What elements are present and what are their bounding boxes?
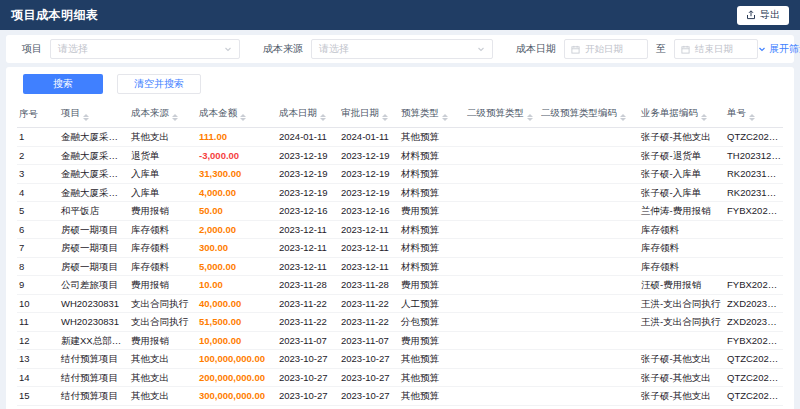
export-button[interactable]: 导出 — [737, 6, 789, 25]
table-cell — [465, 350, 539, 369]
column-header[interactable]: 成本来源 — [129, 101, 197, 128]
project-select-placeholder: 请选择 — [58, 42, 88, 56]
table-cell: 张子硕-其他支出 — [639, 387, 725, 406]
table-row[interactable]: 4金融大厦采购项目入库单4,000.002023-12-192023-12-19… — [17, 183, 783, 202]
table-cell: 材料预算 — [399, 165, 465, 184]
table-cell: 2023-11-07 — [339, 331, 399, 350]
column-header[interactable]: 审批日期 — [339, 101, 399, 128]
table-cell: 8 — [17, 257, 59, 276]
table-cell: 2023-10-27 — [339, 368, 399, 387]
table-cell: 张子硕-其他支出 — [639, 405, 725, 409]
sort-icon[interactable] — [382, 114, 388, 121]
column-header[interactable]: 项目 — [59, 101, 129, 128]
sort-icon[interactable] — [172, 114, 178, 121]
start-date-input[interactable]: 开始日期 — [564, 39, 648, 59]
table-cell — [465, 146, 539, 165]
project-select[interactable]: 请选择 — [50, 39, 240, 59]
table-cell: 2023-12-19 — [277, 165, 339, 184]
column-header-label: 项目 — [61, 107, 80, 118]
table-row[interactable]: 7房硕一期项目库存领料300.002023-12-112023-12-11材料预… — [17, 239, 783, 258]
table-cell — [539, 405, 639, 409]
table-cell: 5 — [17, 202, 59, 221]
table-row[interactable]: 3金融大厦采购项目入库单31,300.002023-12-192023-12-1… — [17, 165, 783, 184]
table-row[interactable]: 14结付预算项目其他支出200,000,000.002023-10-272023… — [17, 368, 783, 387]
table-cell: 房硕一期项目 — [59, 220, 129, 239]
table-cell: QTZC20231027002 — [725, 350, 783, 369]
column-header[interactable]: 预算类型 — [399, 101, 465, 128]
filter-cost-date: 成本日期 开始日期 至 结束日期 — [516, 39, 758, 59]
table-cell: 支出合同执行 — [129, 294, 197, 313]
clear-and-search-button[interactable]: 清空并搜索 — [117, 74, 201, 94]
sort-icon[interactable] — [620, 114, 626, 121]
sort-icon[interactable] — [701, 114, 707, 121]
table-cell: 11 — [17, 313, 59, 332]
sort-icon[interactable] — [320, 114, 326, 121]
end-date-input[interactable]: 结束日期 — [674, 39, 758, 59]
table-cell — [539, 276, 639, 295]
expand-filters-link[interactable]: 展开筛选 — [758, 42, 800, 56]
column-header[interactable]: 业务单据编码 — [639, 101, 725, 128]
table-cell: 和平饭店 — [59, 202, 129, 221]
table-cell: 库存领料 — [129, 257, 197, 276]
sort-icon[interactable] — [749, 114, 755, 121]
sort-icon[interactable] — [442, 114, 448, 121]
column-header[interactable]: 成本金额 — [197, 101, 277, 128]
table-cell: 张子硕-其他支出 — [639, 350, 725, 369]
table-cell: 其他预算 — [399, 405, 465, 409]
table-row[interactable]: 2金融大厦采购项目退货单-3,000.002023-12-192023-12-1… — [17, 146, 783, 165]
table-cell — [465, 313, 539, 332]
table-cell: FYBX20231216001 — [725, 202, 783, 221]
sort-icon[interactable] — [83, 114, 89, 121]
table-row[interactable]: 12新建XX总部大厦工程二期费用报销10,000.002023-11-07202… — [17, 331, 783, 350]
table-row[interactable]: 8房硕一期项目库存领料5,000.002023-12-112023-12-11材… — [17, 257, 783, 276]
table-row[interactable]: 10WH20230831支出合同执行40,000.002023-11-22202… — [17, 294, 783, 313]
table-row[interactable]: 16结付预算项目其他支出400,000,000.002023-10-272023… — [17, 405, 783, 409]
action-buttons: 搜索 清空并搜索 — [23, 74, 783, 94]
table-cell: 111.00 — [197, 128, 277, 147]
table-cell: 2023-12-16 — [277, 202, 339, 221]
table-cell: 材料预算 — [399, 146, 465, 165]
table-cell: 金融大厦采购项目 — [59, 165, 129, 184]
table-cell: 费用报销 — [129, 276, 197, 295]
table-row[interactable]: 9公司差旅项目费用报销10.002023-11-282023-11-28费用预算… — [17, 276, 783, 295]
sort-icon[interactable] — [240, 114, 246, 121]
column-header[interactable]: 二级预算类型 — [465, 101, 539, 128]
table-cell: 7 — [17, 239, 59, 258]
table-cell: 房硕一期项目 — [59, 257, 129, 276]
column-header[interactable]: 成本日期 — [277, 101, 339, 128]
table-cell: 100,000,000.00 — [197, 350, 277, 369]
table-cell: 张子硕-其他支出 — [639, 368, 725, 387]
column-header[interactable]: 二级预算类型编码 — [539, 101, 639, 128]
table-row[interactable]: 5和平饭店费用报销50.002023-12-162023-12-16费用预算兰仲… — [17, 202, 783, 221]
table-row[interactable]: 6房硕一期项目库存领料2,000.002023-12-112023-12-11材… — [17, 220, 783, 239]
table-cell: 费用预算 — [399, 202, 465, 221]
table-cell: 2023-12-19 — [277, 146, 339, 165]
table-cell: 入库单 — [129, 183, 197, 202]
table-cell — [465, 128, 539, 147]
table-cell: 2023-12-16 — [339, 202, 399, 221]
table-cell: 2023-10-27 — [339, 405, 399, 409]
table-cell — [539, 387, 639, 406]
table-cell — [539, 220, 639, 239]
search-button[interactable]: 搜索 — [23, 74, 103, 94]
table-cell: 4 — [17, 183, 59, 202]
table-cell: 2023-12-19 — [339, 165, 399, 184]
cost-source-select[interactable]: 请选择 — [311, 39, 493, 59]
table-cell: 其他支出 — [129, 387, 197, 406]
table-row[interactable]: 11WH20230831支出合同执行51,500.002023-11-22202… — [17, 313, 783, 332]
table-cell: 2023-12-19 — [277, 183, 339, 202]
project-filter-label: 项目 — [22, 42, 42, 56]
column-header-label: 业务单据编码 — [641, 107, 698, 118]
calendar-icon — [571, 45, 580, 54]
sort-icon[interactable] — [527, 114, 533, 121]
filter-bar: 项目 请选择 成本来源 请选择 成本日期 开始日期 至 — [6, 35, 794, 63]
table-row[interactable]: 13结付预算项目其他支出100,000,000.002023-10-272023… — [17, 350, 783, 369]
table-row[interactable]: 15结付预算项目其他支出300,000,000.002023-10-272023… — [17, 387, 783, 406]
table-row[interactable]: 1金融大厦采购项目其他支出111.002024-01-112024-01-11其… — [17, 128, 783, 147]
table-cell: 材料预算 — [399, 183, 465, 202]
table-cell: 其他支出 — [129, 350, 197, 369]
table-cell: 结付预算项目 — [59, 368, 129, 387]
column-header[interactable]: 单号 — [725, 101, 783, 128]
table-cell: 2024-01-11 — [277, 128, 339, 147]
table-cell — [539, 368, 639, 387]
